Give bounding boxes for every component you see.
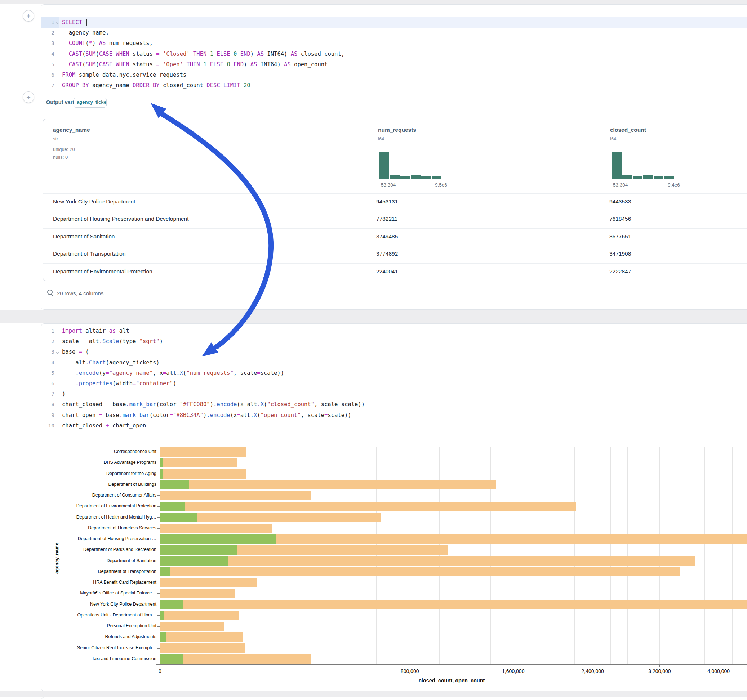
chart-gridline bbox=[439, 447, 440, 664]
histogram-bar bbox=[421, 177, 431, 179]
line-number: 10 bbox=[41, 421, 59, 431]
column-histogram bbox=[380, 152, 442, 179]
code-text: chart_open = base.mark_bar(color="#8BC34… bbox=[59, 410, 351, 421]
code-line[interactable]: 2 agency_name, bbox=[41, 28, 747, 38]
y-axis-label: Department of Homeless Services bbox=[88, 525, 156, 530]
bar-closed bbox=[160, 632, 242, 642]
bar-open bbox=[160, 458, 163, 468]
code-line[interactable]: 6FROM sample_data.nyc.service_requests bbox=[41, 70, 747, 80]
line-number: 5 bbox=[41, 368, 59, 379]
code-text: FROM sample_data.nyc.service_requests bbox=[59, 70, 186, 80]
chart-gridline bbox=[285, 447, 286, 664]
chart-gridline bbox=[675, 447, 675, 664]
y-axis-tick bbox=[157, 495, 160, 496]
histogram-bar bbox=[380, 152, 389, 179]
bar-open bbox=[160, 502, 185, 511]
table-cell: 9443533 bbox=[609, 198, 631, 205]
chart-gridline bbox=[513, 447, 514, 664]
column-header[interactable]: agency_name bbox=[53, 127, 90, 133]
chart-gridline bbox=[705, 447, 705, 664]
chart-gridline bbox=[337, 447, 337, 664]
histogram-bar bbox=[622, 175, 632, 179]
add-cell-button[interactable]: + bbox=[23, 10, 34, 22]
bar-open bbox=[160, 545, 237, 555]
sql-code-editor[interactable]: 1SELECT 2 agency_name,3 COUNT(*) AS num_… bbox=[41, 17, 747, 91]
code-line[interactable]: 10chart_closed + chart_open bbox=[41, 421, 747, 431]
search-icon[interactable] bbox=[47, 290, 53, 295]
table-cell: 2240041 bbox=[376, 268, 398, 275]
bar-open bbox=[160, 632, 166, 642]
y-axis-tick bbox=[157, 572, 160, 572]
code-text: ) bbox=[59, 389, 65, 399]
table-cell: Department of Transportation bbox=[53, 250, 126, 257]
y-axis-tick bbox=[157, 616, 160, 616]
column-stat-unique: unique: 20 bbox=[53, 146, 75, 152]
code-line[interactable]: 7) bbox=[41, 389, 747, 399]
code-line[interactable]: 4 alt.Chart(agency_tickets) bbox=[41, 358, 747, 368]
code-line[interactable]: 4 CAST(SUM(CASE WHEN status = 'Closed' T… bbox=[41, 49, 747, 59]
code-text: COUNT(*) AS num_requests, bbox=[59, 38, 153, 48]
bar-closed bbox=[160, 502, 576, 511]
code-line[interactable]: 6 .properties(width="container") bbox=[41, 379, 747, 389]
code-text: import altair as alt bbox=[59, 326, 129, 336]
chart-gridline bbox=[593, 447, 593, 664]
x-axis-tick-label: 4,000,000 bbox=[708, 668, 730, 674]
histogram-max-label: 9.5e6 bbox=[435, 182, 447, 188]
fold-chevron-icon[interactable] bbox=[56, 351, 59, 354]
histogram-bar bbox=[411, 175, 420, 179]
row-divider bbox=[43, 193, 747, 194]
bar-closed bbox=[160, 556, 696, 566]
line-number: 8 bbox=[41, 399, 59, 410]
histogram-bar bbox=[612, 152, 621, 179]
line-number: 1 bbox=[41, 17, 59, 28]
y-axis-tick bbox=[157, 452, 160, 452]
y-axis-title: agency_name bbox=[54, 543, 59, 573]
x-axis-line bbox=[156, 664, 747, 665]
y-axis-tick bbox=[157, 463, 160, 463]
x-axis-tick-label: 0 bbox=[159, 668, 162, 674]
y-axis-tick bbox=[157, 561, 160, 561]
y-axis-tick bbox=[157, 593, 160, 594]
dataframe-preview: agency_name str unique: 20 nulls: 0 num_… bbox=[43, 119, 747, 281]
python-code-editor[interactable]: 1import altair as alt2scale = alt.Scale(… bbox=[41, 326, 747, 431]
y-axis-tick bbox=[157, 528, 160, 529]
code-text: chart_closed = base.mark_bar(color="#FFC… bbox=[59, 399, 365, 410]
fold-chevron-icon[interactable] bbox=[56, 22, 59, 24]
code-line[interactable]: 7GROUP BY agency_name ORDER BY closed_co… bbox=[41, 80, 747, 91]
table-cell: 9453131 bbox=[376, 198, 398, 205]
chart-gridline bbox=[490, 447, 491, 664]
chart-gridline bbox=[555, 447, 555, 664]
divider bbox=[41, 94, 747, 94]
column-dtype: str bbox=[53, 136, 58, 142]
y-axis-label: Department of Health and Mental Hyg… bbox=[76, 514, 156, 520]
column-header[interactable]: num_requests bbox=[378, 127, 416, 133]
table-cell: 3471908 bbox=[609, 250, 631, 257]
bar-closed bbox=[160, 622, 224, 631]
table-cell: Department of Environmental Protection bbox=[53, 268, 153, 275]
code-text: base = ( bbox=[59, 347, 89, 357]
table-cell: New York City Police Department bbox=[53, 198, 135, 205]
column-header[interactable]: closed_count bbox=[610, 127, 646, 133]
y-axis-tick bbox=[157, 550, 160, 550]
line-number: 9 bbox=[41, 410, 59, 421]
y-axis-tick bbox=[157, 506, 160, 507]
output-variable-pill[interactable]: agency_tickets bbox=[74, 98, 107, 108]
code-line[interactable]: 3base = ( bbox=[41, 347, 747, 357]
x-axis-title: closed_count, open_count bbox=[419, 678, 485, 683]
code-line[interactable]: 5 CAST(SUM(CASE WHEN status = 'Open' THE… bbox=[41, 59, 747, 70]
code-line[interactable]: 9chart_open = base.mark_bar(color="#8BC3… bbox=[41, 410, 747, 421]
add-cell-button[interactable]: + bbox=[23, 92, 34, 103]
bar-closed bbox=[160, 589, 235, 598]
code-line[interactable]: 8chart_closed = base.mark_bar(color="#FF… bbox=[41, 399, 747, 410]
code-line[interactable]: 1SELECT bbox=[41, 17, 747, 28]
column-histogram bbox=[612, 152, 674, 179]
y-axis-label: Department of Consumer Affairs bbox=[92, 493, 156, 498]
code-line[interactable]: 3 COUNT(*) AS num_requests, bbox=[41, 38, 747, 48]
code-line[interactable]: 2scale = alt.Scale(type="sqrt") bbox=[41, 336, 747, 347]
text-cursor bbox=[86, 19, 87, 26]
table-cell: 3749485 bbox=[376, 233, 398, 240]
code-line[interactable]: 5 .encode(y="agency_name", x=alt.X("num_… bbox=[41, 368, 747, 379]
line-number: 4 bbox=[41, 49, 59, 59]
y-axis-label: Mayorâ€ s Office of Special Enforce… bbox=[80, 591, 156, 596]
code-line[interactable]: 1import altair as alt bbox=[41, 326, 747, 336]
